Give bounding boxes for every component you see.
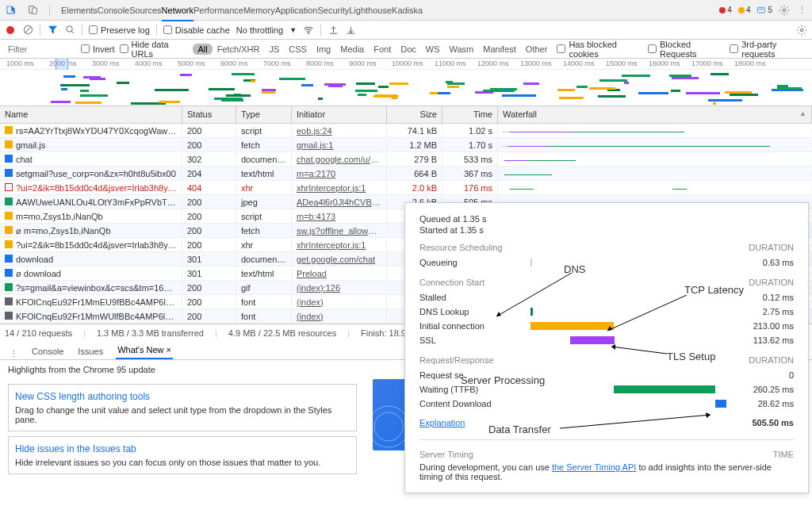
- filter-type-doc[interactable]: Doc: [396, 44, 421, 55]
- hide-dataurls-checkbox[interactable]: Hide data URLs: [120, 40, 189, 59]
- device-icon[interactable]: [27, 5, 38, 16]
- table-row[interactable]: ?ui=2&ik=8b15dd0c4d&jsver=Irlab3h8yml.en…: [0, 181, 812, 195]
- top-right-badges: 4 4 5 ⋮: [719, 5, 807, 16]
- tab-security[interactable]: Security: [317, 1, 349, 20]
- record-icon[interactable]: [5, 25, 16, 36]
- tab-network[interactable]: Network: [162, 1, 193, 21]
- tab-kadiska[interactable]: Kadiska: [392, 1, 423, 20]
- filter-type-manifest[interactable]: Manifest: [478, 44, 521, 55]
- table-row[interactable]: setgmail?use_corp=on&zx=h0ht8u5ibx00204t…: [0, 167, 812, 181]
- tab-lighthouse[interactable]: Lighthouse: [349, 1, 392, 20]
- filter-type-all[interactable]: All: [193, 44, 212, 55]
- ruler-tick: 8000 ms: [306, 59, 334, 67]
- col-initiator[interactable]: Initiator: [292, 106, 387, 123]
- timing-popup: Queued at 1.35 s Started at 1.35 s Resou…: [404, 202, 809, 493]
- ruler-tick: 5000 ms: [178, 59, 205, 67]
- timing-queued: Queued at 1.35 s: [419, 214, 794, 224]
- filter-type-wasm[interactable]: Wasm: [445, 44, 479, 55]
- toolbar-settings-icon[interactable]: [796, 25, 807, 36]
- ruler-tick: 12000 ms: [477, 59, 509, 67]
- tab-memory[interactable]: Memory: [243, 1, 275, 20]
- search-icon[interactable]: [64, 25, 75, 36]
- issues-badge[interactable]: 5: [756, 6, 772, 15]
- drawer-more-icon[interactable]: ⋮: [8, 348, 19, 359]
- col-type[interactable]: Type: [236, 106, 292, 123]
- filter-type-other[interactable]: Other: [521, 44, 553, 55]
- svg-point-7: [800, 29, 803, 32]
- ruler-tick: 1000 ms: [6, 59, 34, 67]
- ruler-tick: 6000 ms: [220, 59, 248, 67]
- error-badge[interactable]: 4: [719, 6, 732, 14]
- status-requests: 14 / 210 requests: [5, 328, 72, 338]
- ruler-tick: 11000 ms: [435, 59, 466, 67]
- wifi-icon[interactable]: [303, 25, 314, 36]
- ruler-tick: 10000 ms: [392, 59, 423, 67]
- timing-download: Content Download 28.62 ms: [419, 397, 794, 411]
- svg-point-5: [66, 26, 71, 32]
- main-tabs: ElementsConsoleSourcesNetworkPerformance…: [5, 0, 423, 20]
- blocked-cookies-checkbox[interactable]: Has blocked cookies: [557, 40, 643, 59]
- throttle-caret-icon[interactable]: ▼: [289, 26, 297, 34]
- download-har-icon[interactable]: [345, 25, 356, 36]
- clear-icon[interactable]: [22, 25, 33, 36]
- anno-data: Data Transfer: [488, 424, 551, 435]
- filter-type-css[interactable]: CSS: [284, 44, 312, 55]
- tab-performance[interactable]: Performance: [193, 1, 243, 20]
- close-icon[interactable]: ×: [167, 345, 171, 355]
- devtools-topbar: ElementsConsoleSourcesNetworkPerformance…: [0, 0, 812, 21]
- drawer-tab-console[interactable]: Console: [30, 343, 65, 359]
- ruler-tick: 16000 ms: [649, 59, 680, 67]
- tab-elements[interactable]: Elements: [61, 1, 98, 20]
- settings-icon[interactable]: [779, 5, 790, 16]
- more-icon[interactable]: ⋮: [796, 5, 807, 16]
- ruler-tick: 17000 ms: [691, 59, 723, 67]
- col-size[interactable]: Size: [387, 106, 442, 123]
- ruler-tick: 9000 ms: [349, 59, 377, 67]
- col-status[interactable]: Status: [182, 106, 236, 123]
- whatsnew-card[interactable]: Hide issues in the Issues tab Hide irrel…: [8, 436, 357, 474]
- anno-tls: TLS Setup: [667, 351, 715, 362]
- upload-har-icon[interactable]: [327, 25, 339, 36]
- status-transferred: 1.3 MB / 3.3 MB transferred: [97, 328, 204, 338]
- invert-checkbox[interactable]: Invert: [81, 44, 115, 54]
- inspect-icon[interactable]: [5, 5, 16, 16]
- col-name[interactable]: Name: [0, 106, 182, 123]
- server-timing-hint: During development, you can use the Serv…: [419, 462, 794, 481]
- network-table-header: Name Status Type Initiator Size Time Wat…: [0, 106, 812, 124]
- filter-type-js[interactable]: JS: [264, 44, 284, 55]
- third-party-checkbox[interactable]: 3rd-party requests: [730, 40, 807, 59]
- table-row[interactable]: rs=AA2YrTtxj8WxYDU47Y0XcqogWaw-Uu28BQ200…: [0, 124, 812, 138]
- filter-type-media[interactable]: Media: [335, 44, 369, 55]
- svg-point-6: [308, 33, 309, 34]
- drawer-tab-issues[interactable]: Issues: [76, 343, 105, 359]
- preserve-log-checkbox[interactable]: Preserve log: [89, 25, 150, 35]
- blocked-requests-checkbox[interactable]: Blocked Requests: [648, 40, 725, 59]
- network-toolbar: Preserve log Disable cache No throttling…: [0, 21, 812, 40]
- anno-tcp: TCP Latency: [684, 284, 744, 296]
- filter-type-font[interactable]: Font: [369, 44, 396, 55]
- ruler-tick: 15000 ms: [606, 59, 638, 67]
- timing-explanation-link[interactable]: Explanation: [419, 418, 465, 427]
- filter-type-img[interactable]: Img: [312, 44, 335, 55]
- server-timing-api-link[interactable]: the Server Timing API: [552, 462, 636, 472]
- timing-started: Started at 1.35 s: [419, 225, 794, 235]
- ruler-tick: 18000 ms: [734, 59, 766, 67]
- drawer-tab-whatsnew[interactable]: What's New ×: [116, 342, 173, 359]
- disable-cache-checkbox[interactable]: Disable cache: [163, 25, 230, 35]
- col-time[interactable]: Time: [442, 106, 498, 123]
- col-waterfall[interactable]: Waterfall▲: [498, 106, 812, 123]
- whatsnew-card[interactable]: New CSS length authoring tools Drag to c…: [8, 384, 357, 431]
- timeline-overview[interactable]: 1000 ms2000 ms3000 ms4000 ms5000 ms6000 …: [0, 59, 812, 106]
- tab-sources[interactable]: Sources: [129, 1, 161, 20]
- warning-badge[interactable]: 4: [738, 6, 751, 14]
- filter-type-ws[interactable]: WS: [421, 44, 445, 55]
- filter-input[interactable]: [5, 43, 76, 56]
- tab-console[interactable]: Console: [98, 1, 129, 20]
- table-row[interactable]: chat302document / …chat.google.com/u/0/……: [0, 152, 812, 167]
- table-row[interactable]: gmail.js200fetchgmail.js:11.2 MB1.70 s: [0, 138, 812, 152]
- tab-application[interactable]: Application: [275, 1, 318, 20]
- ruler-tick: 14000 ms: [563, 59, 595, 67]
- filter-type-fetchxhr[interactable]: Fetch/XHR: [213, 44, 265, 55]
- filter-funnel-icon[interactable]: [47, 25, 58, 36]
- throttling-select[interactable]: No throttling: [236, 25, 283, 35]
